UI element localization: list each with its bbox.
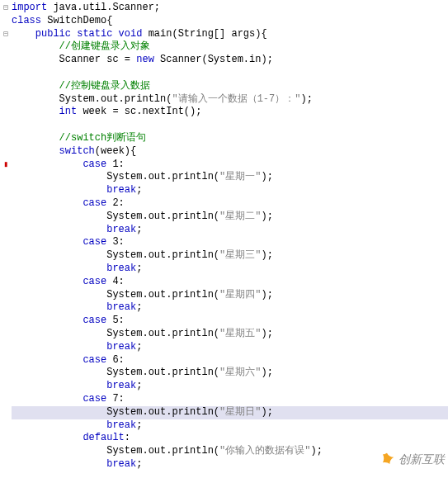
code-line: break; [12, 380, 448, 393]
code-line: //switch判断语句 [12, 132, 448, 145]
code-line: //控制键盘录入数据 [12, 80, 448, 93]
code-line: break; [12, 341, 448, 354]
fold-icon: ⊟ [2, 28, 10, 41]
code-editor: ⊟ ⊟ ▮ import java.util.Scanner; class Sw… [0, 0, 448, 473]
code-line: default: [12, 432, 448, 445]
code-line: Scanner sc = new Scanner(System.in); [12, 54, 448, 67]
code-line: System.out.println("星期五"); [12, 328, 448, 341]
code-line: case 3: [12, 236, 448, 249]
code-line: //创建键盘录入对象 [12, 40, 448, 54]
code-line [12, 67, 448, 80]
code-line: System.out.println("星期二"); [12, 211, 448, 224]
code-line: case 4: [12, 276, 448, 289]
code-line: case 6: [12, 354, 448, 367]
code-line: break; [12, 263, 448, 276]
code-line: switch(week){ [12, 145, 448, 159]
code-line: case 7: [12, 393, 448, 406]
code-line: System.out.println("请输入一个数据（1-7）："); [12, 93, 448, 107]
watermark: 创新互联 [379, 452, 445, 468]
watermark-icon [379, 452, 395, 468]
code-line: break; [12, 184, 448, 197]
code-line: import java.util.Scanner; [12, 2, 448, 15]
watermark-text: 创新互联 [398, 453, 445, 466]
code-line: break; [12, 224, 448, 237]
code-line: System.out.println("星期一"); [12, 171, 448, 184]
code-line: break; [12, 419, 448, 433]
code-line: System.out.println("星期六"); [12, 367, 448, 380]
code-line: break; [12, 301, 448, 315]
code-line: case 5: [12, 315, 448, 328]
code-line: int week = sc.nextInt(); [12, 106, 448, 119]
code-line: case 2: [12, 197, 448, 211]
fold-icon: ⊟ [2, 2, 10, 15]
code-line: System.out.println("星期三"); [12, 249, 448, 263]
code-line: case 1: [12, 159, 448, 172]
code-line-highlighted: System.out.println("星期日"); [12, 406, 448, 419]
code-line: System.out.println("星期四"); [12, 289, 448, 302]
marker-icon: ▮ [2, 159, 10, 172]
code-line [12, 119, 448, 132]
code-line: class SwitchDemo{ [12, 15, 448, 28]
code-line: public static void main(String[] args){ [12, 28, 448, 41]
